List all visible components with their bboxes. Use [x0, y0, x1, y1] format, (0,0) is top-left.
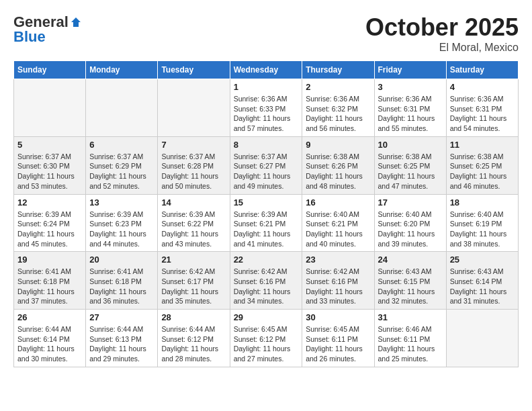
day-number: 4	[450, 82, 515, 92]
calendar-table: SundayMondayTuesdayWednesdayThursdayFrid…	[13, 60, 519, 367]
day-info: Sunrise: 6:36 AMSunset: 6:32 PMDaylight:…	[306, 94, 370, 134]
day-info: Sunrise: 6:39 AMSunset: 6:23 PMDaylight:…	[89, 210, 154, 249]
day-number: 27	[89, 312, 154, 322]
svg-marker-0	[71, 17, 81, 27]
day-number: 25	[450, 255, 515, 265]
calendar-day-cell	[446, 310, 518, 367]
calendar-day-cell	[14, 79, 86, 137]
day-number: 21	[161, 255, 226, 265]
weekday-header: Thursday	[302, 61, 374, 79]
weekday-header: Tuesday	[158, 61, 230, 79]
day-info: Sunrise: 6:44 AMSunset: 6:14 PMDaylight:…	[17, 324, 82, 364]
day-number: 15	[234, 197, 299, 208]
day-info: Sunrise: 6:37 AMSunset: 6:28 PMDaylight:…	[161, 152, 226, 191]
day-number: 8	[234, 140, 299, 150]
title-block: October 2025 El Moral, Mexico	[365, 13, 519, 54]
calendar-day-cell: 30Sunrise: 6:45 AMSunset: 6:11 PMDayligh…	[302, 310, 374, 367]
calendar-day-cell: 26Sunrise: 6:44 AMSunset: 6:14 PMDayligh…	[14, 310, 86, 367]
day-info: Sunrise: 6:38 AMSunset: 6:26 PMDaylight:…	[306, 152, 370, 191]
day-info: Sunrise: 6:44 AMSunset: 6:13 PMDaylight:…	[89, 324, 154, 364]
day-number: 1	[234, 82, 299, 92]
calendar-day-cell: 1Sunrise: 6:36 AMSunset: 6:33 PMDaylight…	[230, 79, 302, 137]
day-info: Sunrise: 6:42 AMSunset: 6:17 PMDaylight:…	[161, 267, 226, 306]
day-number: 28	[161, 312, 226, 322]
weekday-header: Sunday	[14, 61, 86, 79]
day-info: Sunrise: 6:45 AMSunset: 6:11 PMDaylight:…	[306, 324, 370, 364]
calendar-week-row: 1Sunrise: 6:36 AMSunset: 6:33 PMDaylight…	[14, 79, 519, 137]
calendar-day-cell: 7Sunrise: 6:37 AMSunset: 6:28 PMDaylight…	[158, 136, 230, 194]
calendar-day-cell: 15Sunrise: 6:39 AMSunset: 6:21 PMDayligh…	[230, 194, 302, 252]
day-number: 10	[378, 140, 443, 150]
day-info: Sunrise: 6:37 AMSunset: 6:29 PMDaylight:…	[89, 152, 154, 191]
calendar-day-cell: 16Sunrise: 6:40 AMSunset: 6:21 PMDayligh…	[302, 194, 374, 252]
weekday-header: Wednesday	[230, 61, 302, 79]
calendar-day-cell: 21Sunrise: 6:42 AMSunset: 6:17 PMDayligh…	[158, 252, 230, 310]
day-number: 19	[17, 255, 82, 265]
calendar-day-cell: 5Sunrise: 6:37 AMSunset: 6:30 PMDaylight…	[14, 136, 86, 194]
day-number: 13	[89, 197, 154, 208]
calendar-day-cell: 23Sunrise: 6:42 AMSunset: 6:16 PMDayligh…	[302, 252, 374, 310]
day-info: Sunrise: 6:39 AMSunset: 6:21 PMDaylight:…	[234, 210, 299, 249]
calendar-day-cell: 11Sunrise: 6:38 AMSunset: 6:25 PMDayligh…	[446, 136, 518, 194]
day-info: Sunrise: 6:39 AMSunset: 6:22 PMDaylight:…	[161, 210, 226, 249]
day-number: 16	[306, 197, 370, 208]
day-info: Sunrise: 6:37 AMSunset: 6:27 PMDaylight:…	[234, 152, 299, 191]
month-title: October 2025	[365, 13, 519, 42]
day-info: Sunrise: 6:46 AMSunset: 6:11 PMDaylight:…	[378, 324, 443, 364]
calendar-day-cell: 18Sunrise: 6:40 AMSunset: 6:19 PMDayligh…	[446, 194, 518, 252]
location-text: El Moral, Mexico	[365, 42, 519, 54]
logo-blue-text: Blue	[13, 28, 46, 46]
logo-icon	[70, 16, 82, 28]
calendar-week-row: 26Sunrise: 6:44 AMSunset: 6:14 PMDayligh…	[14, 310, 519, 367]
day-info: Sunrise: 6:40 AMSunset: 6:20 PMDaylight:…	[378, 210, 443, 249]
day-number: 11	[450, 140, 515, 150]
calendar-day-cell: 8Sunrise: 6:37 AMSunset: 6:27 PMDaylight…	[230, 136, 302, 194]
day-info: Sunrise: 6:40 AMSunset: 6:21 PMDaylight:…	[306, 210, 370, 249]
day-info: Sunrise: 6:42 AMSunset: 6:16 PMDaylight:…	[306, 267, 370, 306]
day-info: Sunrise: 6:44 AMSunset: 6:12 PMDaylight:…	[161, 324, 226, 364]
calendar-day-cell: 4Sunrise: 6:36 AMSunset: 6:31 PMDaylight…	[446, 79, 518, 137]
day-info: Sunrise: 6:41 AMSunset: 6:18 PMDaylight:…	[89, 267, 154, 306]
day-number: 22	[234, 255, 299, 265]
day-info: Sunrise: 6:38 AMSunset: 6:25 PMDaylight:…	[450, 152, 515, 191]
day-info: Sunrise: 6:36 AMSunset: 6:33 PMDaylight:…	[234, 94, 299, 134]
calendar-day-cell: 14Sunrise: 6:39 AMSunset: 6:22 PMDayligh…	[158, 194, 230, 252]
day-number: 2	[306, 82, 370, 92]
calendar-day-cell: 17Sunrise: 6:40 AMSunset: 6:20 PMDayligh…	[374, 194, 446, 252]
calendar-day-cell: 25Sunrise: 6:43 AMSunset: 6:14 PMDayligh…	[446, 252, 518, 310]
day-number: 5	[17, 140, 82, 150]
day-info: Sunrise: 6:41 AMSunset: 6:18 PMDaylight:…	[17, 267, 82, 306]
day-number: 23	[306, 255, 370, 265]
calendar-week-row: 5Sunrise: 6:37 AMSunset: 6:30 PMDaylight…	[14, 136, 519, 194]
day-info: Sunrise: 6:39 AMSunset: 6:24 PMDaylight:…	[17, 210, 82, 249]
calendar-header-row: SundayMondayTuesdayWednesdayThursdayFrid…	[14, 61, 519, 79]
day-number: 3	[378, 82, 443, 92]
weekday-header: Saturday	[446, 61, 518, 79]
day-info: Sunrise: 6:43 AMSunset: 6:15 PMDaylight:…	[378, 267, 443, 306]
calendar-week-row: 12Sunrise: 6:39 AMSunset: 6:24 PMDayligh…	[14, 194, 519, 252]
calendar-week-row: 19Sunrise: 6:41 AMSunset: 6:18 PMDayligh…	[14, 252, 519, 310]
calendar-day-cell: 29Sunrise: 6:45 AMSunset: 6:12 PMDayligh…	[230, 310, 302, 367]
day-number: 6	[89, 140, 154, 150]
day-number: 26	[17, 312, 82, 322]
day-number: 18	[450, 197, 515, 208]
calendar-day-cell: 6Sunrise: 6:37 AMSunset: 6:29 PMDaylight…	[86, 136, 158, 194]
calendar-day-cell: 10Sunrise: 6:38 AMSunset: 6:25 PMDayligh…	[374, 136, 446, 194]
day-number: 24	[378, 255, 443, 265]
calendar-day-cell: 2Sunrise: 6:36 AMSunset: 6:32 PMDaylight…	[302, 79, 374, 137]
page-header: General Blue October 2025 El Moral, Mexi…	[13, 13, 519, 54]
weekday-header: Monday	[86, 61, 158, 79]
day-number: 30	[306, 312, 370, 322]
day-number: 17	[378, 197, 443, 208]
day-number: 12	[17, 197, 82, 208]
day-info: Sunrise: 6:37 AMSunset: 6:30 PMDaylight:…	[17, 152, 82, 191]
day-info: Sunrise: 6:42 AMSunset: 6:16 PMDaylight:…	[234, 267, 299, 306]
day-info: Sunrise: 6:38 AMSunset: 6:25 PMDaylight:…	[378, 152, 443, 191]
calendar-day-cell: 20Sunrise: 6:41 AMSunset: 6:18 PMDayligh…	[86, 252, 158, 310]
day-info: Sunrise: 6:43 AMSunset: 6:14 PMDaylight:…	[450, 267, 515, 306]
day-number: 7	[161, 140, 226, 150]
calendar-day-cell: 31Sunrise: 6:46 AMSunset: 6:11 PMDayligh…	[374, 310, 446, 367]
weekday-header: Friday	[374, 61, 446, 79]
calendar-day-cell: 27Sunrise: 6:44 AMSunset: 6:13 PMDayligh…	[86, 310, 158, 367]
day-number: 20	[89, 255, 154, 265]
